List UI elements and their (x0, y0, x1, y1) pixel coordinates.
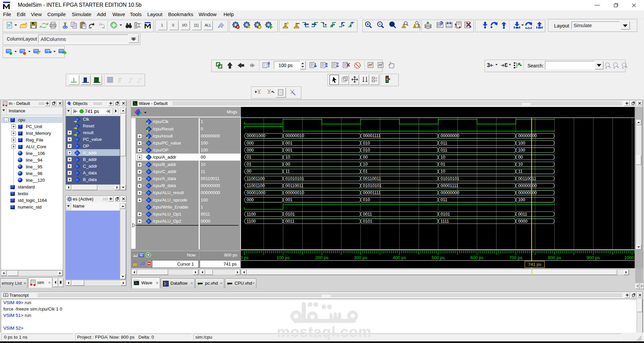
svg-text:0011: 0011 (286, 219, 295, 224)
svg-text:11001100: 11001100 (247, 176, 265, 181)
svg-text:11001100: 11001100 (247, 183, 265, 188)
svg-text:011: 011 (441, 197, 447, 202)
svg-text:01: 01 (441, 162, 445, 167)
svg-text:00000000: 00000000 (518, 183, 537, 188)
svg-text:011: 011 (441, 148, 447, 153)
svg-text:900 ps: 900 ps (587, 255, 600, 260)
svg-text:100 ps: 100 ps (277, 255, 290, 260)
svg-text:00001111: 00001111 (363, 133, 381, 138)
svg-text:0 ps: 0 ps (241, 255, 249, 260)
svg-text:0011: 0011 (518, 212, 527, 217)
svg-text:0101: 0101 (363, 219, 373, 224)
svg-text:001: 001 (286, 197, 293, 202)
svg-text:01: 01 (247, 162, 251, 167)
svg-text:00001000: 00001000 (247, 190, 265, 195)
svg-text:0101: 0101 (286, 212, 295, 217)
svg-text:000: 000 (247, 197, 254, 202)
svg-text:001: 001 (286, 148, 293, 153)
svg-text:1100: 1100 (247, 219, 256, 224)
svg-text:100: 100 (518, 197, 525, 202)
svg-text:00: 00 (286, 162, 290, 167)
svg-text:0000: 0000 (518, 219, 528, 224)
svg-text:100: 100 (518, 148, 525, 153)
svg-text:01010101: 01010101 (286, 176, 304, 181)
svg-text:100: 100 (518, 141, 525, 146)
svg-text:001: 001 (286, 141, 293, 146)
svg-text:00000000: 00000000 (441, 133, 459, 138)
svg-text:00: 00 (247, 169, 251, 174)
svg-text:00000010: 00000010 (286, 190, 304, 195)
svg-text:00: 00 (363, 155, 368, 160)
svg-text:00000000: 00000000 (518, 133, 537, 138)
svg-text:700 ps: 700 ps (509, 255, 523, 260)
svg-text:01: 01 (247, 155, 251, 160)
svg-text:00: 00 (518, 155, 523, 160)
svg-text:00000010: 00000010 (286, 133, 304, 138)
svg-text:10: 10 (441, 155, 445, 160)
svg-text:01010101: 01010101 (441, 176, 459, 181)
svg-text:mostaql.com: mostaql.com (277, 324, 371, 340)
svg-text:00110011: 00110011 (286, 183, 304, 188)
svg-text:10: 10 (441, 169, 445, 174)
svg-text:200 ps: 200 ps (315, 255, 329, 260)
svg-text:10: 10 (518, 162, 523, 167)
svg-text:010: 010 (363, 148, 370, 153)
svg-text:3: 3 (487, 62, 490, 68)
svg-text:?: ? (439, 22, 442, 27)
svg-text:010: 010 (363, 197, 370, 202)
svg-text:00000000: 00000000 (518, 190, 537, 195)
svg-text:11: 11 (518, 169, 523, 174)
svg-text:500 ps: 500 ps (432, 255, 445, 260)
svg-text:00000000: 00000000 (441, 190, 459, 195)
svg-text:1100: 1100 (247, 212, 256, 217)
svg-text:Ɛ: Ɛ (504, 62, 508, 68)
svg-text:10: 10 (286, 155, 290, 160)
svg-text:0101: 0101 (441, 212, 450, 217)
svg-text:11: 11 (286, 169, 290, 174)
svg-text:800 ps: 800 ps (548, 255, 561, 260)
svg-text:600 ps: 600 ps (470, 255, 484, 260)
svg-text:10: 10 (363, 162, 368, 167)
svg-text:741 ps: 741 ps (528, 262, 542, 267)
svg-text:00110011: 00110011 (363, 176, 381, 181)
svg-text:0011: 0011 (363, 212, 372, 217)
svg-text:300 ps: 300 ps (354, 255, 367, 260)
svg-text:00001000: 00001000 (247, 133, 265, 138)
svg-text:1000 ps: 1000 ps (624, 255, 635, 260)
svg-text:000: 000 (247, 148, 254, 153)
svg-text:00110011: 00110011 (518, 176, 536, 181)
svg-text:1111: 1111 (441, 219, 449, 224)
svg-text:00001111: 00001111 (441, 183, 458, 188)
svg-text:011: 011 (441, 141, 447, 146)
svg-text:01: 01 (363, 169, 368, 174)
svg-text:010: 010 (363, 141, 370, 146)
svg-text:01010101: 01010101 (363, 183, 382, 188)
svg-text:000: 000 (247, 141, 254, 146)
svg-text:00001111: 00001111 (363, 190, 381, 195)
svg-text:400 ps: 400 ps (393, 255, 406, 260)
